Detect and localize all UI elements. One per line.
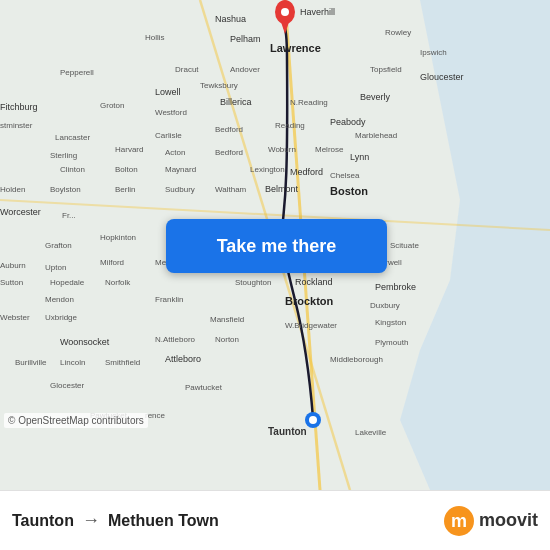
svg-text:W.Bridgewater: W.Bridgewater [285,321,337,330]
svg-point-101 [309,416,317,424]
svg-text:Sutton: Sutton [0,278,23,287]
svg-text:Clinton: Clinton [60,165,85,174]
svg-text:Boston: Boston [330,185,368,197]
svg-text:Franklin: Franklin [155,295,183,304]
svg-text:Scituate: Scituate [390,241,419,250]
svg-text:Mansfield: Mansfield [210,315,244,324]
svg-text:Hopedale: Hopedale [50,278,85,287]
destination-label: Methuen Town [108,512,219,530]
svg-text:Lowell: Lowell [155,87,181,97]
svg-text:Mendon: Mendon [45,295,74,304]
svg-text:Lincoln: Lincoln [60,358,85,367]
svg-text:Taunton: Taunton [268,426,307,437]
route-info: Taunton → Methuen Town [12,510,219,531]
svg-text:Plymouth: Plymouth [375,338,408,347]
svg-text:Woburn: Woburn [268,145,296,154]
arrow-icon: → [82,510,100,531]
svg-text:Haverhill: Haverhill [300,7,335,17]
svg-text:Melrose: Melrose [315,145,344,154]
svg-text:Peabody: Peabody [330,117,366,127]
svg-text:Woonsocket: Woonsocket [60,337,110,347]
svg-text:N.Attleboro: N.Attleboro [155,335,196,344]
svg-text:Rowley: Rowley [385,28,411,37]
map-attribution: © OpenStreetMap contributors [4,413,148,428]
svg-text:Fitchburg: Fitchburg [0,102,38,112]
svg-text:Boylston: Boylston [50,185,81,194]
svg-text:Middleborough: Middleborough [330,355,383,364]
svg-text:Hollis: Hollis [145,33,165,42]
svg-text:Webster: Webster [0,313,30,322]
svg-text:Lancaster: Lancaster [55,133,90,142]
svg-text:Grafton: Grafton [45,241,72,250]
svg-text:Carlisle: Carlisle [155,131,182,140]
svg-text:Hopkinton: Hopkinton [100,233,136,242]
svg-text:Waltham: Waltham [215,185,247,194]
svg-text:Lakeville: Lakeville [355,428,387,437]
svg-text:Gloucester: Gloucester [420,72,464,82]
svg-text:Bolton: Bolton [115,165,138,174]
svg-text:Lawrence: Lawrence [270,42,321,54]
svg-text:Maynard: Maynard [165,165,196,174]
svg-text:Bedford: Bedford [215,148,243,157]
svg-text:Pembroke: Pembroke [375,282,416,292]
svg-text:Beverly: Beverly [360,92,391,102]
svg-text:Nashua: Nashua [215,14,246,24]
take-me-there-button[interactable]: Take me there [166,219,387,273]
svg-text:Pepperell: Pepperell [60,68,94,77]
svg-text:Bedford: Bedford [215,125,243,134]
svg-text:Upton: Upton [45,263,66,272]
svg-text:Holden: Holden [0,185,25,194]
svg-text:Reading: Reading [275,121,305,130]
svg-text:Burillville: Burillville [15,358,47,367]
svg-text:Auburn: Auburn [0,261,26,270]
moovit-brand-icon: m [443,505,475,537]
svg-point-98 [281,8,289,16]
svg-text:Stoughton: Stoughton [235,278,271,287]
moovit-logo: m moovit [443,505,538,537]
origin-label: Taunton [12,512,74,530]
svg-text:Harvard: Harvard [115,145,143,154]
svg-text:Groton: Groton [100,101,124,110]
svg-text:Smithfield: Smithfield [105,358,140,367]
moovit-brand-name: moovit [479,510,538,531]
svg-text:m: m [451,511,467,531]
svg-text:Berlin: Berlin [115,185,135,194]
svg-text:Dracut: Dracut [175,65,199,74]
svg-text:Worcester: Worcester [0,207,41,217]
svg-text:Norton: Norton [215,335,239,344]
svg-text:Topsfield: Topsfield [370,65,402,74]
svg-text:Lexington: Lexington [250,165,285,174]
svg-text:Sterling: Sterling [50,151,77,160]
svg-text:Pawtucket: Pawtucket [185,383,223,392]
svg-text:Kingston: Kingston [375,318,406,327]
svg-text:Lynn: Lynn [350,152,369,162]
svg-text:Norfolk: Norfolk [105,278,131,287]
svg-text:Sudbury: Sudbury [165,185,195,194]
svg-text:Glocester: Glocester [50,381,85,390]
svg-text:Ipswich: Ipswich [420,48,447,57]
svg-text:Pelham: Pelham [230,34,261,44]
svg-text:Attleboro: Attleboro [165,354,201,364]
svg-text:Fr...: Fr... [62,211,76,220]
svg-text:Uxbridge: Uxbridge [45,313,78,322]
svg-text:Acton: Acton [165,148,185,157]
button-label: Take me there [217,236,337,257]
svg-text:Marblehead: Marblehead [355,131,397,140]
svg-text:Westford: Westford [155,108,187,117]
svg-text:N.Reading: N.Reading [290,98,328,107]
svg-text:Brockton: Brockton [285,295,334,307]
footer: Taunton → Methuen Town m moovit [0,490,550,550]
svg-text:Medford: Medford [290,167,323,177]
svg-text:Belmont: Belmont [265,184,299,194]
svg-text:Chelsea: Chelsea [330,171,360,180]
svg-text:stminster: stminster [0,121,33,130]
svg-text:Milford: Milford [100,258,124,267]
svg-text:Andover: Andover [230,65,260,74]
svg-text:Rockland: Rockland [295,277,333,287]
svg-text:Billerica: Billerica [220,97,252,107]
svg-text:Duxbury: Duxbury [370,301,400,310]
map-container: Nashua Haverhill Hollis Pelham Lawrence … [0,0,550,490]
svg-text:rence: rence [145,411,166,420]
svg-text:Tewksbury: Tewksbury [200,81,238,90]
